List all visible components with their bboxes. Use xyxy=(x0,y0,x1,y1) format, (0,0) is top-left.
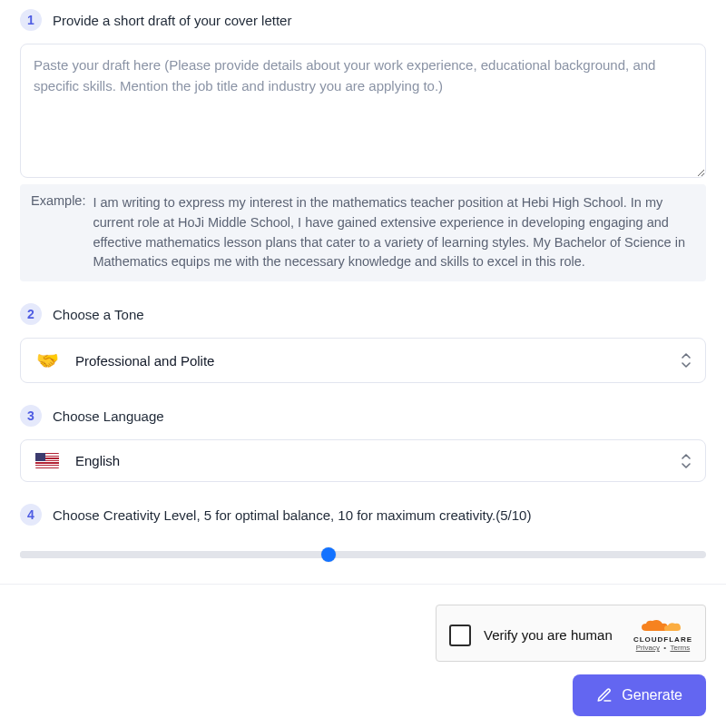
draft-textarea[interactable] xyxy=(20,44,706,178)
cloudflare-logo-icon xyxy=(637,618,688,636)
footer: Verify you are human CLOUDFLARE Privacy … xyxy=(0,585,726,716)
tone-value: Professional and Polite xyxy=(75,353,214,369)
cloudflare-brand: CLOUDFLARE Privacy • Terms xyxy=(633,618,692,652)
step-number-badge: 1 xyxy=(20,9,42,31)
step-header: 3 Choose Language xyxy=(20,405,706,427)
edit-icon xyxy=(596,687,613,703)
terms-link[interactable]: Terms xyxy=(670,644,690,652)
slider-thumb[interactable] xyxy=(321,547,336,562)
step-number-badge: 2 xyxy=(20,303,42,325)
chevron-up-down-icon xyxy=(680,453,692,469)
step-number-badge: 4 xyxy=(20,504,42,526)
cloudflare-links: Privacy • Terms xyxy=(636,644,691,652)
step-creativity: 4 Choose Creativity Level, 5 for optimal… xyxy=(20,504,706,558)
step-header: 4 Choose Creativity Level, 5 for optimal… xyxy=(20,504,706,526)
step-tone: 2 Choose a Tone 🤝 Professional and Polit… xyxy=(20,303,706,383)
cloudflare-name: CLOUDFLARE xyxy=(633,635,692,644)
example-box: Example: I am writing to express my inte… xyxy=(20,184,706,281)
slider-track-fill xyxy=(20,551,329,558)
language-value: English xyxy=(75,453,120,468)
captcha-checkbox[interactable] xyxy=(449,625,471,646)
step-title: Choose a Tone xyxy=(53,307,144,322)
privacy-link[interactable]: Privacy xyxy=(636,644,660,652)
generate-label: Generate xyxy=(622,687,682,703)
chevron-up-down-icon xyxy=(680,352,692,369)
cloudflare-turnstile[interactable]: Verify you are human CLOUDFLARE Privacy … xyxy=(436,605,706,662)
example-label: Example: xyxy=(31,193,85,272)
creativity-slider[interactable] xyxy=(20,551,706,558)
generate-button[interactable]: Generate xyxy=(573,674,706,716)
language-select[interactable]: English xyxy=(20,439,706,482)
step-title: Choose Language xyxy=(53,408,164,424)
step-header: 2 Choose a Tone xyxy=(20,303,706,325)
us-flag-icon xyxy=(35,453,59,468)
step-title: Choose Creativity Level, 5 for optimal b… xyxy=(53,507,531,523)
handshake-icon: 🤝 xyxy=(35,351,59,369)
step-title: Provide a short draft of your cover lett… xyxy=(53,13,291,28)
step-draft: 1 Provide a short draft of your cover le… xyxy=(20,9,706,281)
step-number-badge: 3 xyxy=(20,405,42,427)
step-header: 1 Provide a short draft of your cover le… xyxy=(20,9,706,31)
captcha-label: Verify you are human xyxy=(484,627,621,643)
tone-select[interactable]: 🤝 Professional and Polite xyxy=(20,338,706,383)
step-language: 3 Choose Language English xyxy=(20,405,706,482)
example-text: I am writing to express my interest in t… xyxy=(93,193,695,272)
